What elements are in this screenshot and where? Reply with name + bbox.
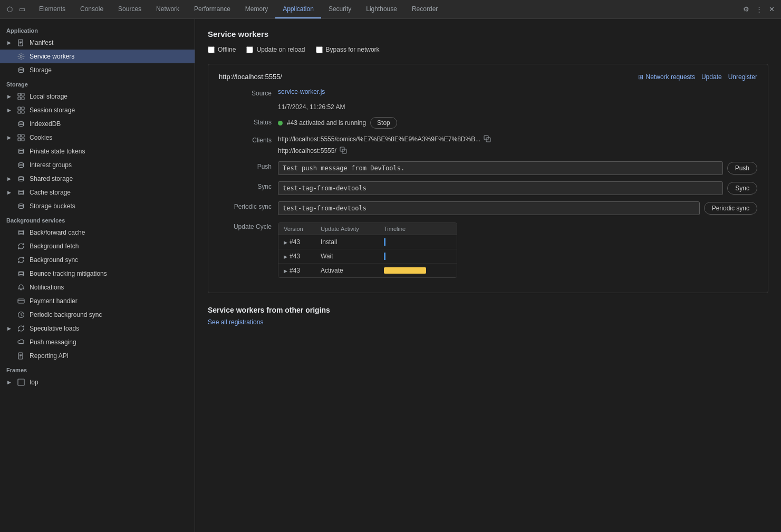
sidebar-item-background-fetch[interactable]: Background fetch bbox=[0, 239, 195, 253]
tab-lighthouse[interactable]: Lighthouse bbox=[359, 0, 404, 18]
sync-icon bbox=[17, 324, 25, 333]
client-focus-icon-1[interactable] bbox=[340, 147, 347, 155]
file-icon bbox=[17, 38, 25, 47]
uc-timeline-1 bbox=[384, 238, 451, 246]
sidebar-label-storage-buckets: Storage buckets bbox=[30, 202, 75, 210]
sync-value: Sync bbox=[278, 181, 757, 195]
sidebar-item-background-sync[interactable]: Background sync bbox=[0, 253, 195, 267]
see-all-link[interactable]: See all registrations bbox=[208, 318, 263, 326]
clock-icon bbox=[17, 311, 25, 319]
unregister-button[interactable]: Unregister bbox=[728, 73, 757, 81]
clients-list: http://localhost:5555/comics/%E7%BE%8E%E… bbox=[278, 135, 757, 155]
frame-icon bbox=[17, 378, 25, 386]
sidebar-item-speculative-loads[interactable]: ▶Speculative loads bbox=[0, 322, 195, 335]
push-input[interactable] bbox=[278, 161, 723, 175]
uc-row-activate: ▶#43 Activate bbox=[278, 264, 457, 277]
uc-activity-2: Wait bbox=[321, 253, 384, 260]
stop-button[interactable]: Stop bbox=[370, 117, 397, 129]
tab-elements[interactable]: Elements bbox=[32, 0, 73, 18]
toolbar-right: ⚙ ⋮ ✕ bbox=[741, 4, 777, 15]
sidebar-item-back/forward-cache[interactable]: Back/forward cache bbox=[0, 226, 195, 239]
inspect-icon[interactable]: ⬡ bbox=[4, 4, 15, 15]
sidebar-arrow-top: ▶ bbox=[7, 380, 13, 385]
periodic-sync-input[interactable] bbox=[278, 201, 700, 215]
sidebar-arrow-manifest: ▶ bbox=[7, 40, 13, 45]
device-icon[interactable]: ▭ bbox=[17, 4, 27, 15]
sidebar-label-push-messaging: Push messaging bbox=[30, 338, 76, 346]
update-cycle-value: Version Update Activity Timeline ▶#43 In… bbox=[278, 221, 757, 278]
checkbox-input-0[interactable] bbox=[208, 46, 215, 53]
tab-security[interactable]: Security bbox=[321, 0, 359, 18]
tab-performance[interactable]: Performance bbox=[187, 0, 238, 18]
sidebar-item-interest-groups[interactable]: Interest groups bbox=[0, 158, 195, 172]
svg-rect-15 bbox=[18, 134, 21, 137]
periodic-sync-button[interactable]: Periodic sync bbox=[704, 202, 757, 215]
checkbox-input-1[interactable] bbox=[246, 46, 253, 53]
uc-row-wait: ▶#43 Wait bbox=[278, 249, 457, 264]
bell-icon bbox=[17, 283, 25, 292]
db-icon bbox=[17, 202, 25, 210]
sidebar-label-cache-storage: Cache storage bbox=[30, 189, 71, 196]
sidebar-item-indexeddb[interactable]: IndexedDB bbox=[0, 117, 195, 131]
sidebar-label-periodic-background-sync: Periodic background sync bbox=[30, 311, 102, 318]
network-requests-button[interactable]: ⊞ Network requests bbox=[638, 73, 695, 81]
tab-network[interactable]: Network bbox=[149, 0, 187, 18]
periodic-sync-row: Periodic sync Periodic sync bbox=[219, 201, 757, 215]
tab-console[interactable]: Console bbox=[73, 0, 111, 18]
sidebar-item-session-storage[interactable]: ▶Session storage bbox=[0, 103, 195, 117]
svg-rect-8 bbox=[18, 97, 21, 100]
uc-arrow-3: ▶ bbox=[284, 268, 287, 274]
sidebar-item-bounce-tracking-mitigations[interactable]: Bounce tracking mitigations bbox=[0, 267, 195, 280]
client-row-1: http://localhost:5555/ bbox=[278, 147, 757, 155]
db-icon bbox=[17, 228, 25, 237]
sync-input[interactable] bbox=[278, 181, 723, 195]
checkbox-bypass-for-network[interactable]: Bypass for network bbox=[316, 46, 380, 53]
svg-rect-26 bbox=[18, 299, 24, 303]
sidebar-item-reporting-api[interactable]: Reporting API bbox=[0, 349, 195, 363]
sidebar-item-storage[interactable]: Storage bbox=[0, 63, 195, 77]
sidebar-item-private-state-tokens[interactable]: Private state tokens bbox=[0, 144, 195, 158]
tab-memory[interactable]: Memory bbox=[238, 0, 275, 18]
svg-point-4 bbox=[20, 55, 22, 57]
svg-rect-33 bbox=[18, 379, 24, 385]
update-cycle-row: Update Cycle Version Update Activity Tim… bbox=[219, 221, 757, 278]
source-label: Source bbox=[219, 88, 272, 97]
update-button[interactable]: Update bbox=[701, 73, 722, 81]
sidebar-item-manifest[interactable]: ▶Manifest bbox=[0, 36, 195, 50]
sidebar-item-cookies[interactable]: ▶Cookies bbox=[0, 131, 195, 144]
sidebar-item-storage-buckets[interactable]: Storage buckets bbox=[0, 199, 195, 213]
timeline-bar-install bbox=[384, 238, 385, 246]
sidebar-label-notifications: Notifications bbox=[30, 284, 64, 291]
sidebar-item-notifications[interactable]: Notifications bbox=[0, 280, 195, 294]
svg-rect-6 bbox=[18, 93, 21, 96]
client-url-1: http://localhost:5555/ bbox=[278, 147, 336, 154]
source-link[interactable]: service-worker.js bbox=[278, 88, 325, 95]
sidebar-item-shared-storage[interactable]: ▶Shared storage bbox=[0, 172, 195, 186]
sidebar-item-top[interactable]: ▶top bbox=[0, 375, 195, 389]
tab-application[interactable]: Application bbox=[275, 0, 321, 18]
sidebar-arrow-local-storage: ▶ bbox=[7, 94, 13, 99]
periodic-sync-label: Periodic sync bbox=[219, 201, 272, 210]
more-icon[interactable]: ⋮ bbox=[754, 4, 764, 15]
sidebar-item-periodic-background-sync[interactable]: Periodic background sync bbox=[0, 308, 195, 322]
checkbox-input-2[interactable] bbox=[316, 46, 323, 53]
tab-sources[interactable]: Sources bbox=[111, 0, 149, 18]
push-button[interactable]: Push bbox=[727, 162, 757, 175]
sidebar-item-local-storage[interactable]: ▶Local storage bbox=[0, 90, 195, 103]
content-area: Service workers OfflineUpdate on reloadB… bbox=[195, 19, 781, 532]
sidebar-item-payment-handler[interactable]: Payment handler bbox=[0, 294, 195, 308]
uc-col-timeline: Timeline bbox=[384, 226, 451, 232]
svg-rect-10 bbox=[18, 107, 21, 110]
sidebar-item-cache-storage[interactable]: ▶Cache storage bbox=[0, 186, 195, 199]
sidebar-item-service-workers[interactable]: Service workers bbox=[0, 50, 195, 63]
sync-button[interactable]: Sync bbox=[727, 182, 757, 195]
tab-recorder[interactable]: Recorder bbox=[404, 0, 445, 18]
close-icon[interactable]: ✕ bbox=[766, 4, 777, 15]
sidebar-label-manifest: Manifest bbox=[30, 39, 53, 46]
sidebar-label-indexeddb: IndexedDB bbox=[30, 120, 61, 128]
checkbox-offline[interactable]: Offline bbox=[208, 46, 236, 53]
checkbox-update-on-reload[interactable]: Update on reload bbox=[246, 46, 305, 53]
sidebar-item-push-messaging[interactable]: Push messaging bbox=[0, 335, 195, 349]
settings-icon[interactable]: ⚙ bbox=[741, 4, 751, 15]
client-focus-icon-0[interactable] bbox=[484, 135, 491, 143]
